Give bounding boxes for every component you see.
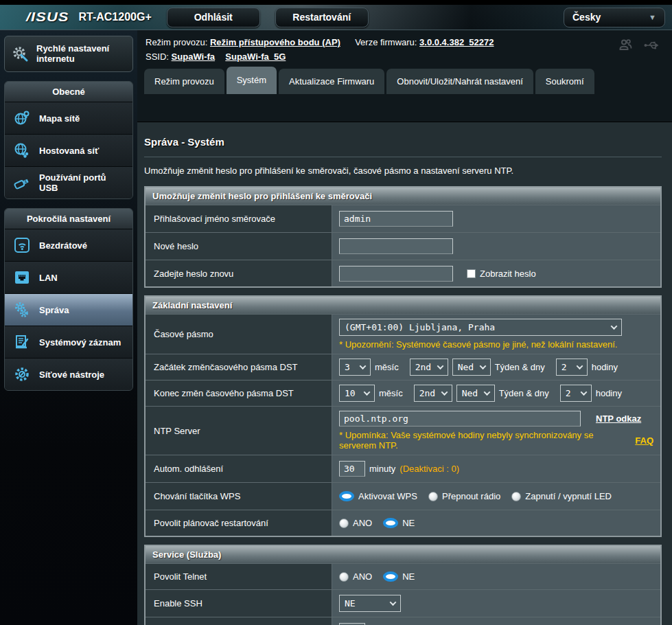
timezone-label: Časové pásmo: [146, 315, 332, 354]
new-password-label: Nové heslo: [146, 233, 332, 260]
telnet-yes-radio[interactable]: [339, 572, 349, 582]
wps-activate-radio[interactable]: [339, 491, 354, 501]
reboot-scheduler-no-radio[interactable]: [383, 518, 398, 528]
table-row: Přihlašovací jméno směrovače: [146, 205, 660, 232]
sidebar-item-label: Systémový záznam: [39, 337, 121, 348]
sidebar-item-lan[interactable]: LAN: [5, 261, 132, 293]
ssid-link-5g[interactable]: SupaWi-fa_5G: [225, 52, 286, 62]
sidebar-item-label: Síťové nástroje: [39, 370, 104, 380]
dst-start-week-select[interactable]: 2nd: [410, 359, 448, 376]
gear-tool-icon: [12, 364, 32, 385]
deactivate-hint: (Deaktivaci : 0): [399, 464, 459, 474]
dst-end-day-select[interactable]: Ned: [456, 385, 495, 402]
month-label: měsíc: [375, 362, 399, 372]
dst-end-label: Konec změn časového pásma DST: [146, 380, 332, 406]
basic-settings-section: Základní nastavení Časové pásmo (GMT+01:…: [144, 295, 662, 537]
firmware-label: Verze firmwaru:: [355, 37, 417, 47]
new-password-input[interactable]: [339, 238, 453, 254]
tab-firmware-upgrade[interactable]: Aktualizace Firmwaru: [279, 69, 384, 94]
tab-operation-mode[interactable]: Režim provozu: [144, 69, 224, 94]
auto-logout-label: Autom. odhlášení: [146, 455, 332, 482]
sidebar-item-quick-setup[interactable]: Rychlé nastavení internetu: [4, 36, 133, 72]
ntp-warning: * Upomínka: Vaše systémové hodiny nebyly…: [339, 430, 631, 451]
sidebar-item-label: Hostovaná síť: [39, 146, 99, 156]
ntp-server-input[interactable]: [339, 411, 581, 427]
chevron-down-icon: [360, 363, 367, 370]
no-label: NE: [402, 518, 415, 528]
reboot-scheduler-yes-radio[interactable]: [339, 519, 349, 528]
tab-privacy[interactable]: Soukromí: [535, 69, 594, 94]
chevron-down-icon: [580, 389, 587, 396]
usb-status-icon[interactable]: [643, 37, 661, 58]
chevron-down-icon: [483, 389, 490, 396]
no-label: NE: [402, 571, 415, 582]
service-section: Service (Služba) Povolit Telnet ANO NE E…: [144, 545, 662, 625]
sidebar-group-title: Obecné: [5, 82, 132, 102]
wps-led-radio[interactable]: [511, 492, 521, 501]
ntp-link[interactable]: NTP odkaz: [596, 413, 641, 424]
hours-label: hodiny: [592, 362, 618, 372]
table-row: Chování tlačítka WPS Aktivovat WPS Přepn…: [146, 482, 660, 510]
gear-wrench-icon: [10, 44, 31, 65]
login-name-label: Přihlašovací jméno směrovače: [146, 205, 332, 232]
ssid-link-24g[interactable]: SupaWi-fa: [172, 52, 215, 62]
dst-start-month-select[interactable]: 3: [339, 359, 371, 376]
dst-start-label: Začátek změnčasového pásma DST: [146, 354, 332, 380]
ssid-label: SSID:: [146, 52, 169, 62]
dst-start-day-select[interactable]: Ned: [452, 359, 491, 376]
table-row: Enable SSH NE: [146, 589, 660, 617]
show-password-checkbox[interactable]: [467, 269, 476, 278]
sidebar-item-label: Rychlé nastavení internetu: [36, 44, 127, 65]
auto-logout-input[interactable]: [339, 461, 365, 477]
reboot-scheduler-label: Povolit plánovač restartování: [146, 510, 332, 536]
sidebar-item-wireless[interactable]: Bezdrátové: [5, 229, 132, 261]
sidebar-item-administration[interactable]: Správa: [5, 293, 132, 326]
sidebar-item-label: Používání portů USB: [39, 172, 126, 193]
language-label: Česky: [572, 12, 601, 23]
wps-led-label: Zapnutí / vypnutí LED: [525, 491, 612, 501]
reboot-button[interactable]: Restartování: [275, 8, 369, 27]
retype-password-input[interactable]: [339, 266, 453, 282]
sidebar-item-network-map[interactable]: Mapa sítě: [5, 102, 132, 134]
sidebar-item-system-log[interactable]: Systémový záznam: [5, 326, 132, 358]
login-name-input[interactable]: [339, 211, 453, 227]
table-row: NTP Server NTP odkaz * Upomínka: Vaše sy…: [146, 406, 660, 455]
info-line-2: SSID: SupaWi-fa SupaWi-fa_5G: [146, 49, 664, 64]
op-mode-link[interactable]: Režim přístupového bodu (AP): [210, 37, 340, 47]
usb-drive-icon: [12, 172, 32, 193]
telnet-no-radio[interactable]: [383, 571, 398, 582]
sidebar-group-general: Obecné Mapa sítě Hostovaná síť Používání…: [4, 81, 133, 199]
wps-behavior-label: Chování tlačítka WPS: [146, 483, 332, 510]
dst-end-month-select[interactable]: 10: [339, 385, 375, 402]
sidebar-item-guest-network[interactable]: Hostovaná síť: [5, 134, 132, 166]
dst-start-hour-select[interactable]: 2: [556, 359, 588, 376]
chevron-down-icon: [437, 363, 443, 370]
dst-end-week-select[interactable]: 2nd: [414, 385, 452, 402]
page-description: Umožňuje změnit heslo pro přihlášení ke …: [144, 166, 662, 176]
tab-system[interactable]: Systém: [227, 67, 277, 94]
main-area: Režim provozu: Režim přístupového bodu (…: [137, 30, 672, 625]
top-strip: [0, 0, 672, 5]
ssh-select[interactable]: NE: [339, 595, 401, 612]
firmware-version-link[interactable]: 3.0.0.4.382_52272: [419, 37, 494, 47]
tab-restore-save-upload[interactable]: Obnovit/Uložit/Nahrát nastavení: [386, 69, 533, 94]
chevron-down-icon: [576, 363, 583, 370]
clients-icon[interactable]: [617, 37, 634, 58]
hours-label: hodiny: [596, 388, 622, 398]
title-divider: [144, 157, 662, 157]
language-select[interactable]: Česky ▼: [564, 8, 665, 27]
dst-end-hour-select[interactable]: 2: [560, 385, 592, 402]
wps-toggle-radio-radio[interactable]: [428, 492, 438, 501]
faq-link[interactable]: FAQ: [635, 435, 653, 446]
timezone-select[interactable]: (GMT+01:00) Ljubljana, Praha: [339, 319, 622, 336]
info-line-1: Režim provozu: Režim přístupového bodu (…: [146, 35, 664, 49]
chevron-down-icon: ▼: [649, 13, 656, 21]
logout-button[interactable]: Odhlásit: [167, 8, 260, 27]
sidebar-group-title: Pokročilá nastavení: [5, 209, 132, 229]
sidebar-item-network-tools[interactable]: Síťové nástroje: [5, 358, 132, 390]
ssh-value: NE: [345, 598, 356, 609]
sidebar-item-usb-application[interactable]: Používání portů USB: [5, 166, 132, 198]
sidebar-item-label: LAN: [39, 273, 58, 283]
asus-logo: /ISUS: [26, 10, 69, 25]
sidebar-group-advanced: Pokročilá nastavení Bezdrátové LAN Správ…: [4, 208, 133, 391]
